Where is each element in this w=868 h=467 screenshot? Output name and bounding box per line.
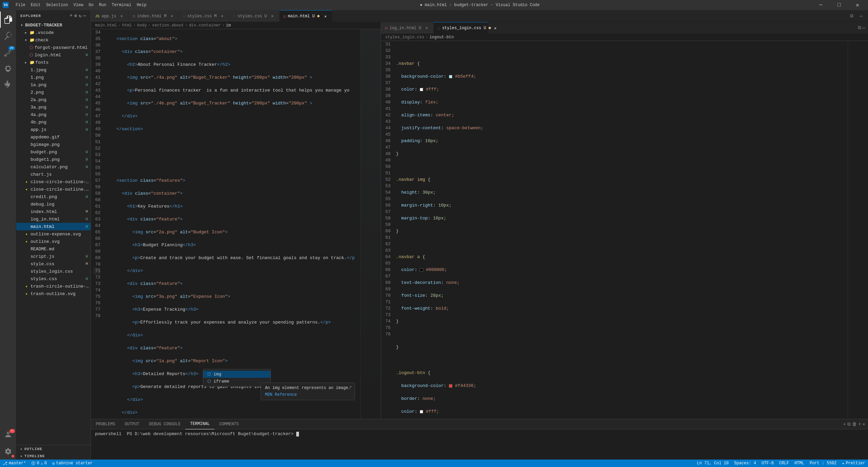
new-terminal-icon[interactable]: + [843,422,846,427]
timeline-section[interactable]: ▸ TIMELINE [16,452,91,460]
menu-terminal[interactable]: Terminal [112,3,131,7]
sidebar-item-login-html[interactable]: log_in.html U [16,215,91,223]
sidebar-item-vscode[interactable]: ▸ 📁 .vscode [16,29,91,36]
terminal-tab-output[interactable]: OUTPUT [120,419,144,429]
status-spaces[interactable]: Spaces: 4 [731,460,759,467]
sidebar-item-close-circle-expense[interactable]: ✦ close-circle-outline-expense.svg [16,178,91,186]
more-actions-icon[interactable]: ⋯ [857,12,865,20]
status-prettier[interactable]: ✦ Prettier [839,460,868,467]
breadcrumb-im[interactable]: im [226,23,231,28]
sidebar-item-scriptjs[interactable]: script.js U [16,253,91,260]
sidebar-item-4apng[interactable]: 4a.png U [16,111,91,118]
kill-terminal-icon[interactable]: 🗑 [852,422,857,427]
extensions-activity-icon[interactable] [0,77,16,93]
new-folder-icon[interactable]: ⊕ [74,13,77,19]
sidebar-item-indexhtml[interactable]: index.html M [16,208,91,215]
sidebar-item-close-circle[interactable]: ✦ close-circle-outline.svg [16,186,91,193]
accounts-activity-icon[interactable]: ! [0,427,16,443]
sidebar-item-3apng[interactable]: 3a.png U [16,103,91,111]
sidebar-item-2png[interactable]: 2.png U [16,89,91,96]
tab-close-icon[interactable]: ✕ [220,14,225,19]
tab-styles-login[interactable]: ◻ styles_login.css U ● ✕ [434,22,488,34]
menu-run[interactable]: Run [99,3,107,7]
menu-edit[interactable]: Edit [31,3,41,7]
status-position[interactable]: Ln 71, Col 10 [694,460,732,467]
status-errors[interactable]: ⓪ 0 ⚠ 0 [29,460,50,467]
search-activity-icon[interactable] [0,28,16,44]
tab-indexhtml[interactable]: ◻ index.html M ✕ [129,10,179,22]
sidebar-item-stylescss[interactable]: styles.css U [16,275,91,283]
tab-close-icon[interactable]: ✕ [424,25,429,31]
popup-close-icon[interactable]: ✕ [350,384,352,389]
sidebar-item-chartjs[interactable]: chart.js [16,171,91,178]
menu-file[interactable]: File [16,3,25,7]
status-language[interactable]: HTML [792,460,807,467]
close-panel-icon[interactable]: ✕ [863,421,865,427]
status-tabnine[interactable]: ◎ tabnine starter [50,460,95,467]
right-code-editor[interactable]: 313233343536 373839404142 434445464748 4… [381,41,868,419]
settings-activity-icon[interactable] [0,443,16,460]
sidebar-item-styles-login[interactable]: styles_login.css [16,268,91,275]
minimize-button[interactable]: ─ [813,0,829,10]
sidebar-item-appjs[interactable]: app.js U [16,126,91,133]
status-port[interactable]: Port : 5502 [807,460,839,467]
outline-section[interactable]: ▸ OUTLINE [16,445,91,452]
tab-close-icon[interactable]: ✕ [323,14,328,19]
tab-close-icon[interactable]: ✕ [119,14,124,19]
tab-loginhtml[interactable]: ◻ log_in.html U ✕ [381,22,434,34]
sidebar-item-debuglog[interactable]: debug.log [16,200,91,208]
tab-close-icon[interactable]: ✕ [494,25,496,31]
source-control-activity-icon[interactable]: 20 [0,44,16,60]
terminal-tab-problems[interactable]: PROBLEMS [91,419,120,429]
breadcrumb-logout-btn[interactable]: logout-btn [429,35,454,40]
split-editor-icon[interactable]: ⧉ [848,12,856,20]
tab-stylescss-m[interactable]: ◻ styles.css M ✕ [179,10,229,22]
project-root[interactable]: ▾ BUDGET-TRACKER [16,21,91,29]
menu-view[interactable]: View [73,3,83,7]
sidebar-item-budget1[interactable]: budget1.png U [16,156,91,163]
terminal-tab-debug[interactable]: DEBUG CONSOLE [144,419,186,429]
maximize-panel-icon[interactable]: ⬆ [858,421,861,427]
explorer-activity-icon[interactable] [0,12,16,28]
sidebar-item-1png[interactable]: 1.png U [16,74,91,81]
breadcrumb-html[interactable]: html [122,23,132,28]
split-editor-right-icon[interactable]: ⧉ [858,25,861,31]
breadcrumb-mainhtml[interactable]: main.html [95,23,117,28]
tab-close-icon[interactable]: ✕ [169,14,174,19]
more-actions-right-icon[interactable]: ⋯ [863,25,865,31]
sidebar-item-stylecss[interactable]: style.css M [16,260,91,268]
left-code-editor[interactable]: 343536373839 404142434445 464748495051 5… [91,29,381,419]
close-button[interactable]: ✕ [850,0,865,10]
sidebar-item-calculator[interactable]: calculator.png U [16,163,91,171]
sidebar-item-bgimage[interactable]: bgimage.png [16,141,91,148]
tab-stylescss-u[interactable]: ◻ styles.css U ✕ [229,10,280,22]
tab-appjs[interactable]: JS app.js ✕ [91,10,129,22]
menu-go[interactable]: Go [89,3,93,7]
terminal-tab-comments[interactable]: COMMENTS [214,419,244,429]
sidebar-item-mainhtml[interactable]: main.html U [16,223,91,230]
maximize-button[interactable]: □ [831,0,847,10]
sidebar-item-credit[interactable]: credit.png U [16,193,91,200]
terminal-tab-terminal[interactable]: TERMINAL [185,419,214,429]
status-git-branch[interactable]: ⎇ master* [0,460,29,467]
sidebar-item-4bpng[interactable]: 4b.png U [16,118,91,126]
sidebar-item-trash-expense[interactable]: ✦ trash-circle-outline-expense.svg [16,283,91,290]
sidebar-item-trash[interactable]: ✦ trash-outline.svg [16,290,91,297]
sidebar-item-outline[interactable]: ✦ outline.svg [16,238,91,245]
sidebar-item-login[interactable]: ⬡ login.html U [16,51,91,59]
split-terminal-icon[interactable]: ⧉ [847,422,851,427]
sidebar-item-check[interactable]: ▾ 📁 check [16,36,91,44]
breadcrumb-styles-login[interactable]: styles_login.css [385,35,424,40]
code-content-right[interactable]: .navbar { background-color: #b5eff4; col… [395,41,848,419]
sidebar-item-2apng[interactable]: 2a.png U [16,96,91,103]
menu-selection[interactable]: Selection [46,3,68,7]
breadcrumb-body[interactable]: body [137,23,147,28]
sidebar-item-forgot-password[interactable]: ⬡ forgot-password.html [16,44,91,51]
sidebar-item-appdemo[interactable]: appdemo.gif [16,133,91,141]
status-line-ending[interactable]: CRLF [776,460,792,467]
mdn-reference-link[interactable]: MDN Reference [265,392,351,397]
autocomplete-item-img[interactable]: ⬡ img [203,371,270,378]
breadcrumb-div[interactable]: div.container [189,23,221,28]
collapse-all-icon[interactable]: ⋯ [83,13,87,19]
sidebar-item-1apng[interactable]: 1a.png U [16,81,91,89]
